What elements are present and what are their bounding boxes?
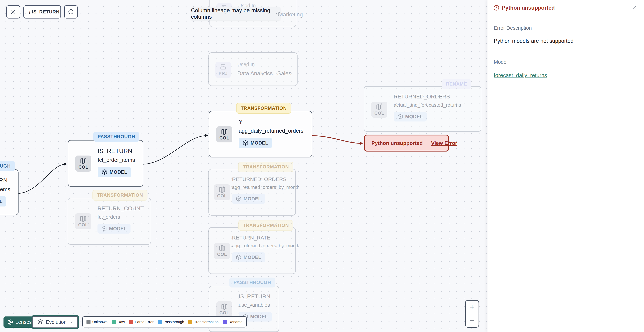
cube-icon [101,226,107,232]
lineage-warning-banner: Column lineage may be missing columns [191,7,280,20]
model-tag: MODEL [98,167,131,177]
legend-swatch [112,320,116,324]
lineage-node-returned-orders[interactable]: TRANSFORMATION COL RETURNED_ORDERS agg_r… [208,169,296,216]
model-tag: MODEL [0,196,6,207]
node-subtitle: agg_returned_orders_by_month [232,185,300,190]
model-link[interactable]: forecast_daily_returns [494,72,547,78]
node-subtitle: fct_orders [98,214,144,220]
node-title: RETURNED_ORDERS [232,176,300,182]
panel-title: Python unsupported [502,5,555,11]
error-detail-panel: Python unsupported Error Description Pyt… [487,0,644,332]
lens-legend: Unknown Raw Parse Error Passthrough Tran… [82,316,247,328]
cube-icon [102,169,108,175]
panel-header: Python unsupported [488,0,644,16]
lens-dropdown[interactable]: Evolution [32,315,79,329]
cube-icon [236,255,242,260]
legend-swatch [129,320,133,324]
legend-swatch [86,320,90,324]
lenses-button[interactable]: Lenses [4,317,36,328]
node-title: IS_RETURN [239,293,272,300]
legend-swatch [158,320,162,324]
column-icon: COL [216,301,232,317]
node-title: RETURN_COUNT [98,205,144,212]
node-subtitle: actual_and_forecasted_returns [394,102,461,108]
close-lineage-button[interactable] [6,5,20,18]
error-description-text: Python models are not supported [494,38,638,44]
column-icon: COL [75,213,91,229]
rename-badge: RENAME [442,79,471,89]
node-title: RETURNED_ORDERS [394,94,461,100]
transformation-badge: TRANSFORMATION [92,190,148,201]
lineage-canvas[interactable]: PRJ Used In Data Analytics | Marketing P… [0,0,487,332]
lineage-node-clipped-left[interactable]: PASSTHROUGH IS_RETURN fct_order_items MO… [0,169,18,215]
lineage-node-actual-and-forecasted-returns[interactable]: RENAME COL RETURNED_ORDERS actual_and_fo… [364,86,481,132]
lens-aperture-icon [7,319,13,325]
passthrough-badge: PASSTHROUGH [229,278,275,288]
node-subtitle: agg_daily_returned_orders [239,128,304,134]
view-error-link[interactable]: View Error [431,140,457,146]
panel-body: Error Description Python models are not … [488,16,644,88]
transformation-badge: TRANSFORMATION [236,103,291,114]
node-title: Used In [237,62,291,67]
legend-item-parse-error: Parse Error [129,320,154,324]
error-description-label: Error Description [494,25,638,31]
node-title: IS_RETURN [0,177,10,184]
passthrough-badge: PASSTHROUGH [0,161,15,171]
legend-item-unknown: Unknown [86,320,108,324]
column-icon: COL [216,126,232,142]
layers-icon [37,319,43,325]
node-subtitle: fct_order_items [98,157,135,163]
refresh-icon [68,9,74,15]
cube-icon [398,114,403,119]
lineage-node-agg-daily-returned-orders[interactable]: TRANSFORMATION COL Y agg_daily_returned_… [209,111,312,157]
passthrough-badge: PASSTHROUGH [93,132,139,142]
node-title: IS_RETURN [98,147,135,154]
model-tag: MODEL [98,224,130,234]
legend-item-rename: Rename [223,320,242,324]
project-icon: PRJ [216,62,231,78]
model-tag: MODEL [232,252,265,262]
legend-item-transformation: Transformation [188,320,218,324]
legend-swatch [223,320,227,324]
column-icon: COL [214,243,230,259]
node-subtitle: agg_returned_orders_by_month [232,243,300,249]
lineage-node-fct-order-items[interactable]: PASSTHROUGH COL IS_RETURN fct_order_item… [68,140,143,187]
transformation-badge: TRANSFORMATION [238,162,293,172]
column-icon: COL [214,184,230,200]
alert-circle-icon [494,5,499,11]
close-icon [10,9,16,15]
zoom-controls: + − [465,300,479,328]
model-tag: MODEL [232,194,265,204]
transformation-badge: TRANSFORMATION [238,220,293,231]
lineage-node-return-rate[interactable]: TRANSFORMATION COL RETURN_RATE agg_retur… [208,227,296,274]
model-tag: MODEL [394,112,427,121]
lineage-node-return-count[interactable]: TRANSFORMATION COL RETURN_COUNT fct_orde… [68,198,151,245]
legend-item-passthrough: Passthrough [158,320,184,324]
column-icon: COL [75,156,92,172]
node-subtitle: Data Analytics | Sales [237,70,291,77]
cube-icon [236,196,242,202]
edge-error-badge[interactable]: Python unsupported View Error [364,135,449,152]
zoom-in-button[interactable]: + [466,301,478,314]
chevron-down-icon [69,320,73,324]
breadcrumb[interactable]: .. / IS_RETURN [24,5,61,18]
cube-icon [242,140,248,146]
lineage-node-used-in-sales[interactable]: PRJ Used In Data Analytics | Sales [208,52,298,86]
node-title: Y [239,118,304,125]
node-title: RETURN_RATE [232,235,300,241]
close-icon [632,5,637,10]
info-icon[interactable] [276,11,280,16]
model-label: Model [494,59,638,65]
column-icon: COL [371,102,387,118]
error-badge-label: Python unsupported [372,140,423,146]
node-subtitle: use_variables [239,302,272,308]
legend-swatch [188,320,192,324]
zoom-out-button[interactable]: − [466,314,478,327]
panel-close-button[interactable] [632,5,637,10]
refresh-button[interactable] [64,5,78,18]
model-tag: MODEL [239,138,272,148]
node-subtitle: fct_order_items [0,186,10,193]
legend-item-raw: Raw [112,320,125,324]
